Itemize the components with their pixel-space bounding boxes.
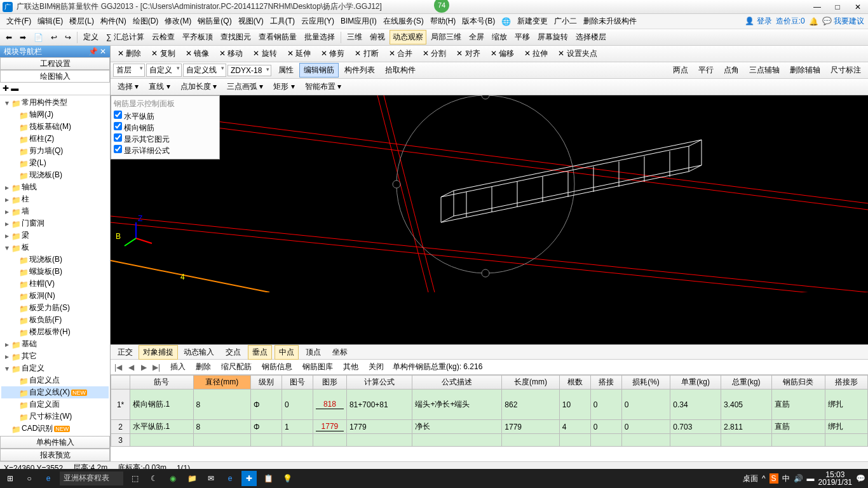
record-nav-button[interactable]: ▶: [139, 363, 149, 372]
history-button[interactable]: ⬅: [3, 31, 15, 44]
grid-cell[interactable]: [313, 434, 346, 447]
grid-header[interactable]: 图形: [313, 376, 346, 390]
tree-node[interactable]: ▾📁自定义: [1, 362, 109, 374]
menu-item[interactable]: 帮助(H): [428, 15, 459, 28]
tree-node[interactable]: 📁框柱(Z): [1, 133, 109, 145]
component-tree[interactable]: ▾📁常用构件类型📁轴网(J)📁筏板基础(M)📁框柱(Z)📁剪力墙(Q)📁梁(L)…: [0, 95, 110, 436]
grid-cell[interactable]: [621, 434, 670, 447]
grid-cell[interactable]: [346, 434, 412, 447]
data-button[interactable]: 钢筋信息: [258, 360, 296, 374]
table-row[interactable]: 2水平纵筋.18Φ117791779净长17794000.7032.811直筋绑…: [111, 420, 868, 434]
menu-item[interactable]: 编辑(E): [35, 15, 65, 28]
rebar-option[interactable]: 显示详细公式: [114, 145, 217, 156]
grid-header[interactable]: 级别: [251, 376, 282, 390]
property-button[interactable]: 拾取构件: [381, 63, 420, 78]
edit-button[interactable]: ✕ 对齐: [452, 46, 484, 61]
pin-icon[interactable]: 📌 ✕: [88, 47, 106, 56]
windows-taskbar[interactable]: ⊞ ○ e 亚洲杯赛程表 ⬚ ☾ ◉ 📁 ✉ e ✚ 📋 💡 桌面 ^ S 中 …: [0, 469, 868, 488]
grid-cell[interactable]: 0: [621, 390, 670, 420]
grid-cell[interactable]: [559, 434, 590, 447]
data-button[interactable]: 钢筋图库: [299, 360, 337, 374]
tree-node[interactable]: 📁CAD识别NEW: [1, 423, 109, 435]
view-button[interactable]: 局部三维: [428, 30, 465, 44]
snap-button[interactable]: 动态输入: [179, 345, 219, 360]
edit-button[interactable]: ✕ 修剪: [316, 46, 349, 61]
data-button[interactable]: 其他: [339, 360, 362, 374]
grid-cell[interactable]: 水平纵筋.1: [130, 420, 193, 434]
menu-item[interactable]: 云应用(Y): [299, 15, 337, 28]
property-button[interactable]: 属性: [274, 63, 298, 78]
menu-item[interactable]: 视图(V): [236, 15, 266, 28]
table-row[interactable]: 1*横向钢筋.18Φ081881+700+81端头+净长+端头86210000.…: [111, 390, 868, 420]
grid-header[interactable]: 搭接形: [825, 376, 868, 390]
tree-node[interactable]: 📁筏板基础(M): [1, 121, 109, 133]
menu-right-item[interactable]: 造价豆:0: [776, 16, 805, 27]
tray-up-icon[interactable]: ^: [762, 474, 766, 483]
toolbar-button[interactable]: 查看钢筋量: [255, 30, 300, 44]
grid-cell[interactable]: 0: [590, 390, 621, 420]
grid-cell[interactable]: 10: [559, 390, 590, 420]
history-button[interactable]: ↩: [48, 31, 60, 44]
grid-cell[interactable]: 1779: [502, 420, 559, 434]
grid-cell[interactable]: [193, 434, 250, 447]
tree-node[interactable]: 📁板受力筋(S): [1, 302, 109, 314]
start-button[interactable]: ⊞: [3, 471, 18, 486]
menu-item[interactable]: 钢筋量(Q): [195, 15, 234, 28]
draw-tool-button[interactable]: 选择 ▾: [113, 79, 143, 94]
task-icon[interactable]: ⬚: [127, 471, 142, 486]
sogou-icon[interactable]: S: [770, 473, 778, 484]
rebar-option[interactable]: 横向钢筋: [114, 122, 217, 133]
draw-tool-button[interactable]: 智能布置 ▾: [301, 79, 346, 94]
tree-node[interactable]: ▾📁板: [1, 241, 109, 254]
property-button[interactable]: 编辑钢筋: [299, 63, 339, 78]
task-icon[interactable]: 📁: [184, 471, 200, 486]
menu-item[interactable]: 工具(T): [268, 15, 297, 28]
3d-viewport[interactable]: Z B 4 钢筋显示控制面板 水平纵筋 横向钢筋 显示其它图元 显示详细公式: [111, 95, 868, 344]
tree-node[interactable]: 📁柱帽(V): [1, 278, 109, 290]
edit-button[interactable]: ✕ 设置夹点: [553, 46, 601, 61]
menu-right-item[interactable]: 👤 登录: [745, 16, 771, 27]
menu-item[interactable]: 文件(F): [4, 15, 34, 28]
edit-button[interactable]: ✕ 删除: [113, 46, 146, 61]
task-icon[interactable]: ✚: [241, 471, 257, 486]
rebar-grid[interactable]: 筋号直径(mm)级别图号图形计算公式公式描述长度(mm)根数搭接损耗(%)单重(…: [111, 375, 868, 461]
rebar-display-panel[interactable]: 钢筋显示控制面板 水平纵筋 横向钢筋 显示其它图元 显示详细公式: [111, 95, 220, 159]
grid-cell[interactable]: 净长: [412, 420, 502, 434]
cortana-icon[interactable]: ○: [22, 471, 37, 486]
menu-item[interactable]: BIM应用(I): [338, 15, 379, 28]
tree-node[interactable]: 📁自定义面: [1, 398, 109, 410]
tree-node[interactable]: 📁尺寸标注(W): [1, 410, 109, 423]
grid-cell[interactable]: 4: [559, 420, 590, 434]
edit-button[interactable]: ✕ 合并: [384, 46, 417, 61]
tray-desktop[interactable]: 桌面: [743, 473, 758, 484]
view-button[interactable]: 俯视: [367, 30, 388, 44]
task-icon[interactable]: ☾: [146, 471, 161, 486]
toolbar-button[interactable]: ∑ 汇总计算: [103, 30, 147, 44]
grid-cell[interactable]: 81+700+81: [346, 390, 412, 420]
aux-button[interactable]: 三点辅轴: [745, 63, 784, 78]
tree-node[interactable]: 📁自定义线(X)NEW: [1, 386, 109, 398]
grid-cell[interactable]: [412, 434, 502, 447]
edit-button[interactable]: ✕ 打断: [350, 46, 383, 61]
snap-button[interactable]: 顶点: [301, 345, 325, 360]
grid-cell[interactable]: 0.34: [670, 390, 721, 420]
grid-header[interactable]: 损耗(%): [621, 376, 670, 390]
grid-cell[interactable]: 0.703: [670, 420, 721, 434]
aux-button[interactable]: 删除辅轴: [785, 63, 825, 78]
rebar-option[interactable]: 显示其它图元: [114, 133, 217, 145]
edit-button[interactable]: ✕ 偏移: [486, 46, 519, 61]
grid-cell[interactable]: 1*: [111, 390, 130, 420]
toolbar-button[interactable]: 云检查: [149, 30, 178, 44]
record-nav-button[interactable]: ◀: [126, 363, 136, 372]
nav-tab-settings[interactable]: 工程设置: [0, 57, 110, 70]
grid-cell[interactable]: [502, 434, 559, 447]
grid-cell[interactable]: 2.811: [721, 420, 771, 434]
grid-cell[interactable]: Φ: [251, 420, 282, 434]
nav-tab-single[interactable]: 单构件输入: [0, 436, 110, 449]
tree-node[interactable]: 📁剪力墙(Q): [1, 145, 109, 157]
grid-header[interactable]: 计算公式: [346, 376, 412, 390]
grid-header[interactable]: 钢筋归类: [771, 376, 825, 390]
grid-cell[interactable]: 3: [111, 434, 130, 447]
grid-cell[interactable]: [282, 434, 313, 447]
snap-button[interactable]: 垂点: [248, 345, 272, 360]
